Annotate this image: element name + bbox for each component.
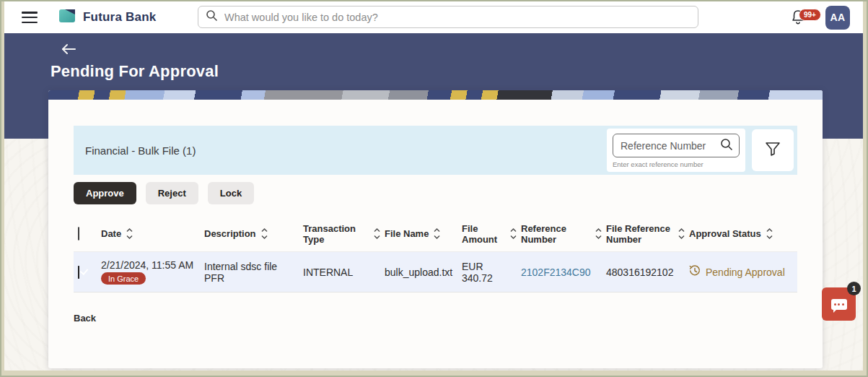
- reference-helper-text: Enter exact reference number: [613, 160, 740, 168]
- action-buttons: Approve Reject Lock: [74, 182, 797, 204]
- search-icon[interactable]: [720, 138, 733, 154]
- column-header-date[interactable]: Date: [101, 228, 204, 239]
- column-header-file-amount[interactable]: File Amount: [462, 223, 521, 245]
- approval-card: Financial - Bulk File (1) Enter exact re…: [48, 90, 823, 368]
- pending-history-icon: [689, 265, 701, 279]
- sort-icon: [261, 228, 268, 239]
- sort-icon: [374, 228, 380, 239]
- date-value: 2/21/2024, 11:55 AM: [101, 259, 198, 271]
- table-row[interactable]: 2/21/2024, 11:55 AM In Grace Internal sd…: [74, 252, 797, 292]
- search-icon: [206, 9, 218, 25]
- select-all-checkbox[interactable]: [78, 227, 79, 240]
- sort-icon: [434, 228, 440, 239]
- section-title: Financial - Bulk File (1): [85, 144, 196, 157]
- table-header-row: Date Description Transaction Type File N…: [74, 216, 797, 252]
- column-header-file-name[interactable]: File Name: [385, 228, 462, 239]
- hamburger-menu-icon[interactable]: [22, 12, 38, 23]
- page-title: Pending For Approval: [51, 62, 219, 81]
- reference-number-field[interactable]: [613, 134, 740, 157]
- back-link[interactable]: Back: [74, 313, 96, 324]
- reference-search-panel: Enter exact reference number: [607, 129, 745, 172]
- decorative-banner: [48, 90, 823, 100]
- sort-icon: [126, 228, 133, 239]
- sort-icon: [678, 228, 685, 239]
- sort-icon: [595, 228, 602, 239]
- reference-number-link[interactable]: 2102F2134C90: [521, 266, 591, 278]
- column-header-file-reference-number[interactable]: File Reference Number: [606, 223, 689, 245]
- reject-button[interactable]: Reject: [146, 182, 198, 204]
- global-search[interactable]: [198, 6, 698, 28]
- filter-button[interactable]: [752, 129, 794, 171]
- filter-bar: Financial - Bulk File (1) Enter exact re…: [74, 126, 797, 175]
- approval-status-cell: Pending Approval: [689, 265, 797, 279]
- topbar-right: 99+ AA: [791, 1, 850, 33]
- column-header-description[interactable]: Description: [204, 228, 303, 239]
- brand-name: Futura Bank: [83, 10, 156, 25]
- reference-number-input[interactable]: [621, 140, 720, 152]
- column-header-reference-number[interactable]: Reference Number: [521, 223, 606, 245]
- description-cell: Internal sdsc file PFR: [204, 261, 303, 284]
- in-grace-badge: In Grace: [101, 272, 146, 285]
- column-header-transaction-type[interactable]: Transaction Type: [303, 223, 385, 245]
- search-input[interactable]: [224, 12, 691, 23]
- sort-icon: [766, 228, 773, 239]
- topbar: Futura Bank 99+ AA: [4, 1, 863, 33]
- chat-widget-button[interactable]: 1: [822, 287, 856, 321]
- funnel-icon: [765, 142, 781, 159]
- file-name-cell: bulk_upload.txt: [385, 266, 462, 278]
- page: Futura Bank 99+ AA: [1, 1, 867, 376]
- screen-frame: Futura Bank 99+ AA: [0, 0, 868, 377]
- lock-button[interactable]: Lock: [208, 182, 254, 204]
- back-arrow-icon[interactable]: [61, 43, 76, 58]
- avatar[interactable]: AA: [825, 6, 850, 30]
- approval-status-text: Pending Approval: [706, 266, 785, 278]
- column-header-approval-status[interactable]: Approval Status: [689, 228, 797, 239]
- futura-bank-logo-icon: [58, 7, 76, 27]
- chat-unread-badge: 1: [847, 282, 861, 295]
- file-reference-number-cell: 480316192102: [606, 266, 689, 278]
- date-cell: 2/21/2024, 11:55 AM In Grace: [101, 259, 204, 285]
- notifications-button[interactable]: 99+: [791, 6, 820, 28]
- approve-button[interactable]: Approve: [74, 182, 136, 204]
- notification-count-badge: 99+: [799, 9, 821, 21]
- transaction-type-cell: INTERNAL: [303, 266, 385, 278]
- chat-bubble-icon: [831, 299, 847, 310]
- file-amount-cell: EUR 340.72: [462, 261, 521, 284]
- row-checkbox[interactable]: [78, 266, 79, 279]
- brand[interactable]: Futura Bank: [58, 7, 156, 27]
- sort-icon: [510, 228, 517, 239]
